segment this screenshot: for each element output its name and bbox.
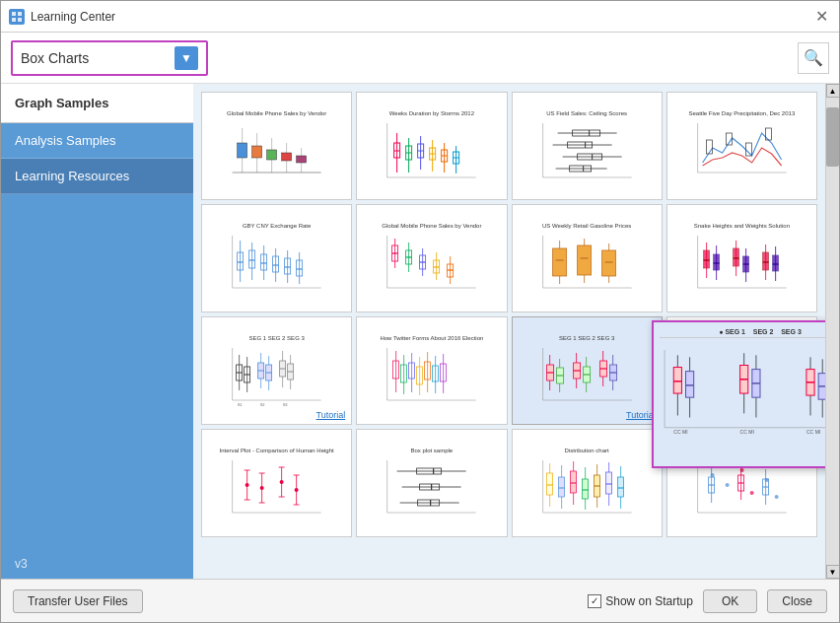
svg-point-256 [749, 491, 753, 495]
svg-rect-9 [238, 143, 247, 158]
scroll-up-button[interactable]: ▲ [826, 84, 840, 98]
svg-rect-10 [252, 146, 262, 158]
content-area: Graph Samples Analysis Samples Learning … [1, 84, 839, 579]
sidebar-header: Graph Samples [1, 84, 193, 123]
version-label: v3 [1, 549, 193, 579]
svg-text:CC  MI: CC MI [740, 429, 754, 435]
ok-button[interactable]: OK [703, 589, 757, 613]
svg-rect-94 [552, 248, 566, 276]
thumbnail-5[interactable]: GBY CNY Exchange Rate [201, 204, 352, 312]
tutorial-link-9[interactable]: Tutorial [316, 410, 346, 420]
svg-rect-246 [605, 472, 611, 494]
svg-point-255 [739, 468, 743, 472]
svg-rect-121 [762, 252, 768, 270]
show-startup-checkbox[interactable]: ✓ [588, 594, 601, 608]
svg-text:S2: S2 [260, 402, 266, 407]
svg-rect-240 [582, 479, 588, 499]
show-startup-label: Show on Startup [605, 594, 693, 608]
svg-rect-13 [297, 156, 307, 163]
svg-point-254 [725, 483, 729, 487]
thumbnail-11-bg[interactable]: SEG 1 SEG 2 SEG 3 [512, 316, 663, 425]
svg-text:CC  MI: CC MI [806, 429, 820, 435]
show-startup-option: ✓ Show on Startup [588, 594, 693, 608]
scroll-down-button[interactable]: ▼ [826, 565, 840, 579]
svg-rect-2 [12, 18, 16, 22]
svg-rect-274 [686, 372, 694, 398]
thumbnail-7[interactable]: US Weekly Retail Gasoline Prices [512, 204, 663, 312]
svg-point-204 [245, 483, 249, 487]
svg-rect-231 [546, 473, 552, 495]
svg-rect-1 [18, 12, 22, 16]
svg-text:S3: S3 [283, 402, 289, 407]
footer-right: ✓ Show on Startup OK Close [588, 589, 827, 613]
search-button[interactable]: 🔍 [798, 42, 829, 74]
svg-rect-11 [267, 150, 277, 160]
svg-rect-249 [617, 477, 623, 497]
window-title: Learning Center [31, 10, 811, 24]
svg-rect-12 [282, 153, 292, 161]
thumbnail-1[interactable]: Global Mobile Phone Sales by Vendor [201, 92, 352, 200]
thumbnail-15[interactable]: Distribution chart [512, 429, 663, 537]
thumbnail-3[interactable]: US Field Sales: Ceiling Scores [512, 92, 663, 200]
svg-point-216 [295, 488, 299, 492]
thumbnail-6[interactable]: Global Mobile Phone Sales by Vendor [356, 204, 507, 312]
svg-rect-237 [570, 471, 576, 493]
svg-rect-98 [577, 245, 591, 275]
main-window: Learning Center ✕ Box Charts ▼ 🔍 Graph S… [0, 0, 840, 623]
svg-rect-115 [733, 248, 738, 266]
svg-point-258 [774, 495, 778, 499]
svg-text:CC  MI: CC MI [673, 429, 687, 435]
thumbnail-highlighted[interactable]: ● SEG 1 SEG 2 SEG 3 [652, 320, 825, 468]
thumbnail-4[interactable]: Seattle Five Day Precipitation, Dec 2013 [666, 92, 817, 200]
thumbnail-9[interactable]: SEG 1 SEG 2 SEG 3 [201, 316, 352, 425]
highlighted-seg-labels: ● SEG 1 SEG 2 SEG 3 [719, 328, 802, 335]
scrollbar-thumb[interactable] [826, 107, 839, 167]
svg-point-208 [260, 486, 264, 490]
dropdown-arrow-icon: ▼ [175, 46, 198, 70]
svg-rect-102 [601, 250, 615, 276]
scrollbar-track[interactable] [826, 98, 839, 565]
app-icon [9, 9, 25, 25]
svg-point-253 [710, 473, 714, 477]
sidebar-item-analysis[interactable]: Analysis Samples [1, 123, 193, 159]
thumbnail-14[interactable]: Box plot sample [356, 429, 507, 537]
svg-rect-271 [673, 368, 681, 394]
svg-point-212 [280, 480, 284, 484]
thumbnail-grid: Global Mobile Phone Sales by Vendor [201, 92, 817, 537]
title-bar: Learning Center ✕ [1, 1, 839, 33]
scrollbar[interactable]: ▲ ▼ [825, 84, 839, 579]
window-close-button[interactable]: ✕ [811, 7, 831, 27]
footer: Transfer User Files ✓ Show on Startup OK… [1, 579, 839, 622]
close-button[interactable]: Close [767, 589, 827, 613]
chart-type-dropdown[interactable]: Box Charts ▼ [11, 40, 208, 76]
svg-rect-3 [18, 18, 22, 22]
sidebar: Graph Samples Analysis Samples Learning … [1, 84, 193, 579]
svg-rect-234 [558, 477, 564, 497]
toolbar: Box Charts ▼ 🔍 [1, 33, 839, 84]
thumbnail-8[interactable]: Snake Heights and Weights Solution [666, 204, 817, 312]
sidebar-item-learning[interactable]: Learning Resources [1, 159, 193, 194]
svg-rect-124 [772, 255, 778, 271]
main-gallery-area[interactable]: Global Mobile Phone Sales by Vendor [193, 84, 825, 579]
thumbnail-2[interactable]: Weeks Duration by Storms 2012 [356, 92, 507, 200]
svg-rect-109 [703, 250, 709, 268]
svg-rect-53 [745, 143, 751, 156]
transfer-user-files-button[interactable]: Transfer User Files [13, 589, 143, 613]
thumbnail-13[interactable]: Interval Plot - Comparison of Human Heig… [201, 429, 352, 537]
dropdown-value: Box Charts [21, 50, 169, 66]
thumbnail-10[interactable]: How Twitter Forms About 2016 Election [356, 316, 507, 425]
svg-text:S1: S1 [238, 402, 244, 407]
svg-rect-0 [12, 12, 16, 16]
svg-rect-112 [713, 254, 719, 270]
